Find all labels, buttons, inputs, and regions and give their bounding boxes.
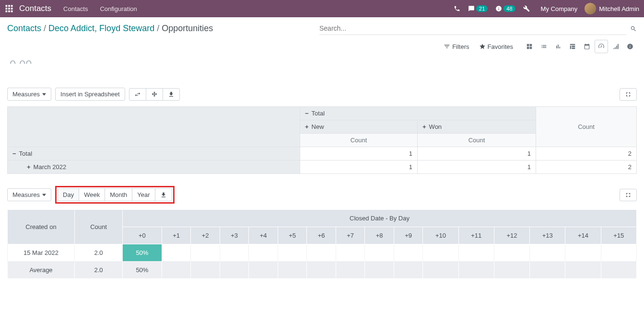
cohort-offset: +6 (307, 227, 336, 244)
breadcrumb-contacts[interactable]: Contacts (7, 23, 41, 34)
period-month[interactable]: Month (105, 188, 132, 201)
view-activity[interactable] (623, 40, 637, 53)
flip-axis-button[interactable] (129, 88, 146, 101)
expand-all-button[interactable] (146, 88, 163, 101)
cohort-fullscreen-button[interactable] (620, 189, 637, 201)
expand-icon: + (422, 123, 426, 130)
messages-icon[interactable]: 21 (468, 5, 488, 12)
cohort-offset: +8 (365, 227, 394, 244)
pivot-row-total[interactable]: −Total (8, 147, 300, 161)
fullscreen-button[interactable] (620, 88, 637, 101)
table-row: +March 2022 1 1 2 (8, 161, 637, 174)
cohort-offset: +0 (123, 227, 162, 244)
svg-rect-1 (8, 5, 10, 7)
nav-configuration[interactable]: Configuration (100, 5, 137, 12)
svg-rect-9 (527, 44, 529, 46)
period-day[interactable]: Day (58, 188, 79, 201)
app-brand[interactable]: Contacts (19, 4, 51, 13)
expand-icon (151, 91, 158, 98)
collapse-icon: − (12, 150, 16, 157)
pivot-table: −Total Count +New +Won Count Count −Tota… (7, 106, 637, 174)
view-kanban[interactable] (523, 40, 536, 53)
swap-icon (134, 91, 141, 98)
period-week[interactable]: Week (79, 188, 105, 201)
search-icon[interactable] (630, 25, 637, 33)
cohort-measures-button[interactable]: Measures (7, 188, 51, 201)
view-pivot[interactable] (566, 40, 579, 53)
caret-down-icon (42, 193, 46, 197)
svg-rect-5 (11, 8, 13, 10)
cohort-offset: +1 (162, 227, 191, 244)
breadcrumb: Contacts / Deco Addict, Floyd Steward / … (7, 23, 213, 34)
insert-spreadsheet-button[interactable]: Insert in Spreadsheet (55, 88, 125, 101)
svg-rect-7 (8, 11, 10, 12)
breadcrumb-partner[interactable]: Deco Addict, Floyd Steward (48, 23, 154, 34)
filters-button[interactable]: Filters (444, 43, 469, 50)
cohort-created-on: Created on (8, 210, 75, 244)
table-row-average: Average 2.0 50% (8, 262, 637, 279)
view-cohort[interactable] (609, 40, 622, 53)
activities-icon[interactable]: 48 (495, 5, 515, 12)
cohort-table: Created on Count Closed Date - By Day +0… (7, 209, 637, 279)
view-calendar[interactable] (580, 40, 594, 53)
cohort-offset: +10 (423, 227, 458, 244)
svg-rect-2 (11, 5, 13, 7)
user-menu[interactable]: Mitchell Admin (585, 3, 639, 14)
download-icon (168, 91, 175, 98)
svg-rect-11 (527, 47, 529, 49)
table-row: −Total 1 1 2 (8, 147, 637, 161)
cohort-offset: +12 (494, 227, 529, 244)
cohort-offset: +4 (249, 227, 278, 244)
view-dashboard[interactable] (595, 40, 608, 53)
view-graph[interactable] (551, 40, 565, 53)
period-year[interactable]: Year (132, 188, 155, 201)
measures-button[interactable]: Measures (7, 88, 51, 101)
messages-badge: 21 (476, 5, 488, 12)
company-name[interactable]: My Company (541, 5, 578, 12)
collapse-icon: − (305, 110, 309, 117)
caret-down-icon (42, 92, 46, 96)
pivot-col-total[interactable]: −Total (300, 107, 536, 120)
activities-badge: 48 (503, 5, 515, 12)
cohort-offset: +5 (278, 227, 307, 244)
cohort-offset: +13 (530, 227, 565, 244)
user-name: Mitchell Admin (599, 5, 639, 12)
svg-rect-10 (530, 44, 532, 46)
svg-rect-3 (6, 8, 8, 10)
pivot-col-won[interactable]: +Won (418, 120, 536, 134)
cohort-offset: +3 (220, 227, 249, 244)
cohort-offset: +7 (336, 227, 365, 244)
cohort-offset: +2 (191, 227, 220, 244)
apps-icon[interactable] (5, 4, 13, 13)
expand-icon: + (305, 123, 309, 130)
pivot-col-new[interactable]: +New (300, 120, 418, 134)
svg-rect-6 (6, 11, 8, 12)
fullscreen-icon (625, 192, 632, 198)
phone-icon[interactable] (454, 5, 460, 12)
table-row: 15 Mar 2022 2.0 50% (8, 244, 637, 262)
fullscreen-icon (625, 91, 632, 98)
cohort-count: Count (75, 210, 123, 244)
nav-contacts[interactable]: Contacts (63, 5, 88, 12)
cutoff-text: 0.00 (10, 58, 637, 64)
debug-icon[interactable] (523, 5, 530, 12)
svg-rect-12 (530, 47, 532, 49)
search-input[interactable] (319, 22, 626, 35)
cohort-closed-label: Closed Date - By Day (123, 210, 637, 227)
breadcrumb-current: Opportunities (162, 23, 213, 34)
cohort-offset: +9 (394, 227, 423, 244)
cohort-offset: +11 (458, 227, 494, 244)
download-icon (160, 192, 167, 198)
pivot-row-month[interactable]: +March 2022 (8, 161, 300, 174)
cohort-offset: +15 (601, 227, 636, 244)
view-list[interactable] (537, 40, 550, 53)
favorites-button[interactable]: Favorites (479, 43, 513, 50)
cohort-offset: +14 (565, 227, 601, 244)
cohort-download-button[interactable] (155, 188, 172, 201)
expand-icon: + (27, 163, 31, 171)
download-button[interactable] (163, 88, 180, 101)
period-highlight: Day Week Month Year (55, 186, 175, 204)
svg-rect-0 (6, 5, 8, 7)
svg-rect-8 (11, 11, 13, 12)
avatar (585, 3, 596, 14)
